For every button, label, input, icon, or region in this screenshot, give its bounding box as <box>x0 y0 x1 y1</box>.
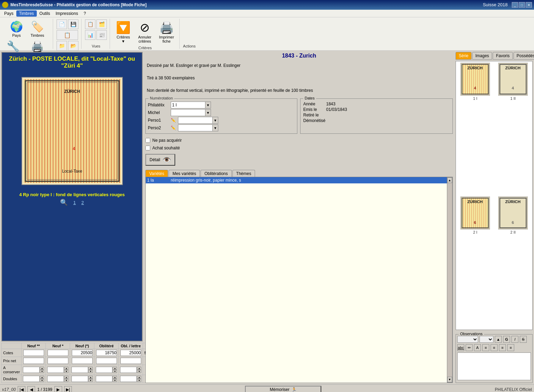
nav-first-button[interactable]: |◀ <box>18 386 25 392</box>
a-conserver-input-2[interactable] <box>47 367 64 373</box>
perso1-pencil[interactable]: ✏️ <box>171 118 176 123</box>
perso2-input[interactable] <box>178 124 213 131</box>
doubles-spin-down-2[interactable]: ▼ <box>64 379 68 382</box>
spin-down-3[interactable]: ▼ <box>88 370 93 373</box>
pays-button[interactable]: 🌍 Pays <box>8 19 25 38</box>
doubles-input-5[interactable] <box>120 376 137 382</box>
series-tab-favoris[interactable]: Favoris <box>493 52 512 60</box>
annuler-criteres-button[interactable]: ⊘ Annulercritères <box>136 19 154 44</box>
philatelix-dropdown[interactable]: ▼ <box>205 102 211 108</box>
obs-align-center[interactable]: ≡ <box>491 344 498 351</box>
prix-net-input-5[interactable] <box>120 358 141 364</box>
menu-pays[interactable]: Pays <box>1 10 16 17</box>
tab-themes[interactable]: Thèmes <box>232 170 255 177</box>
spin-up-3[interactable]: ▲ <box>88 367 93 370</box>
scroll-up[interactable]: ▲ <box>447 177 452 183</box>
cotes-obl-lettre-input[interactable] <box>120 350 141 356</box>
obs-font-select[interactable] <box>457 336 478 343</box>
prix-net-input-3[interactable] <box>72 358 93 364</box>
michel-input[interactable] <box>171 109 205 116</box>
obs-align-right[interactable]: ≡ <box>499 344 506 351</box>
doubles-spin-up-3[interactable]: ▲ <box>88 376 93 379</box>
perso1-input[interactable] <box>178 117 213 124</box>
spin-down-5[interactable]: ▼ <box>137 370 141 373</box>
scroll-down[interactable]: ▼ <box>447 377 452 382</box>
obs-strike-btn[interactable]: S <box>520 336 527 343</box>
obs-justify[interactable]: ≡ <box>507 344 514 351</box>
obs-italic-btn[interactable]: I <box>511 336 518 343</box>
doubles-spin-down-5[interactable]: ▼ <box>137 379 141 382</box>
perso1-dropdown[interactable]: ▼ <box>213 117 218 124</box>
detail-button[interactable]: Détail 👁️ <box>145 154 175 166</box>
observations-textarea[interactable] <box>457 352 531 380</box>
close-button[interactable]: ✕ <box>526 2 532 8</box>
collection-icon-4[interactable]: 📁 <box>57 41 67 51</box>
menu-timbres[interactable]: Timbres <box>16 10 37 17</box>
zoom-icon[interactable]: 🔍 <box>60 199 68 206</box>
achat-souhaite-checkbox[interactable] <box>145 146 150 150</box>
tab-varietes[interactable]: Variétés <box>145 170 168 177</box>
collection-icon-5[interactable]: 📂 <box>68 41 78 51</box>
stamp-thumb-2I[interactable]: 6 ZÜRICH 2 I <box>457 197 493 328</box>
spin-up-5[interactable]: ▲ <box>137 367 141 370</box>
obs-bold-btn[interactable]: G <box>503 336 510 343</box>
spin-down[interactable]: ▼ <box>40 370 44 373</box>
collection-icon-2[interactable]: 💾 <box>68 19 78 29</box>
variete-row-0[interactable]: 1 la réimpression gris-noir, papier minc… <box>146 177 447 184</box>
stamp-thumb-1II[interactable]: 4 ZÜRICH 1 II <box>495 63 531 194</box>
menu-outils[interactable]: Outils <box>37 10 53 17</box>
a-conserver-input-5[interactable] <box>120 367 137 373</box>
doubles-input-2[interactable] <box>47 376 64 382</box>
menu-help[interactable]: ? <box>81 10 89 17</box>
doubles-input-1[interactable] <box>23 376 40 382</box>
vues-icon-2[interactable]: 🗂️ <box>96 19 107 29</box>
doubles-input-3[interactable] <box>71 376 88 382</box>
cotes-neuf1-input[interactable] <box>48 350 68 356</box>
doubles-input-4[interactable] <box>96 376 112 382</box>
stamp-nav-link-1[interactable]: 1 <box>73 200 76 205</box>
prix-net-input-2[interactable] <box>48 358 68 364</box>
perso2-pencil[interactable]: ✏️ <box>171 125 176 130</box>
series-tab-possedes[interactable]: Possédés <box>514 52 534 60</box>
doubles-spin-down-4[interactable]: ▼ <box>113 379 117 382</box>
prix-net-input-1[interactable] <box>23 358 44 364</box>
menu-impressions[interactable]: Impressions <box>53 10 81 17</box>
a-conserver-input-3[interactable] <box>71 367 88 373</box>
philatelix-input[interactable] <box>171 102 205 108</box>
obs-align-left[interactable]: ≡ <box>482 344 489 351</box>
series-tab-serie[interactable]: Série <box>456 52 472 60</box>
series-tab-images[interactable]: Images <box>472 52 492 60</box>
tab-mes-varietes[interactable]: Mes variétés <box>169 170 200 177</box>
doubles-spin-up-5[interactable]: ▲ <box>137 376 141 379</box>
nav-prev-button[interactable]: ◀ <box>27 386 35 392</box>
minimize-button[interactable]: _ <box>512 2 518 8</box>
ne-pas-acquerir-checkbox[interactable] <box>145 138 150 143</box>
timbres-button[interactable]: 🏷️ Timbres <box>28 19 46 38</box>
vues-icon-4[interactable]: 📰 <box>96 30 107 40</box>
stamp-thumb-2II[interactable]: 6 ZÜRICH 2 II <box>495 197 531 328</box>
cotes-neuf2-input[interactable] <box>23 350 44 356</box>
obs-up-btn[interactable]: ▲ <box>495 336 502 343</box>
doubles-spin-up[interactable]: ▲ <box>40 376 44 379</box>
tab-obliterations[interactable]: Oblitérations <box>201 170 231 177</box>
a-conserver-input-4[interactable] <box>96 367 112 373</box>
varietes-scrollbar[interactable]: ▲ ▼ <box>447 177 452 383</box>
nav-last-button[interactable]: ▶| <box>64 386 72 392</box>
vues-icon-1[interactable]: 📋 <box>85 19 95 29</box>
obs-size-select[interactable] <box>480 336 493 343</box>
doubles-spin-down-3[interactable]: ▼ <box>88 379 93 382</box>
stamp-thumb-1I[interactable]: 4 ZÜRICH 1 I <box>457 63 493 194</box>
doubles-spin-up-2[interactable]: ▲ <box>64 376 68 379</box>
spin-up-2[interactable]: ▲ <box>64 367 68 370</box>
stamp-nav-link-2[interactable]: 2 <box>82 200 84 205</box>
obs-highlight-btn[interactable]: ✏ <box>466 344 473 351</box>
perso2-dropdown[interactable]: ▼ <box>213 124 218 131</box>
collection-icon-1[interactable]: 📄 <box>57 19 67 29</box>
obs-underline-btn[interactable]: abc <box>457 344 464 351</box>
criteres-button[interactable]: 🔽 Critères▼ <box>113 19 133 44</box>
imprimer-fiche-button[interactable]: 🖨️ Imprimerfiche <box>156 19 176 44</box>
memoriser-button[interactable]: Mémoriser 🏃 <box>245 386 321 392</box>
spin-up[interactable]: ▲ <box>40 367 44 370</box>
cotes-oblitere-input[interactable] <box>96 350 117 356</box>
vues-icon-3[interactable]: 📊 <box>85 30 95 40</box>
